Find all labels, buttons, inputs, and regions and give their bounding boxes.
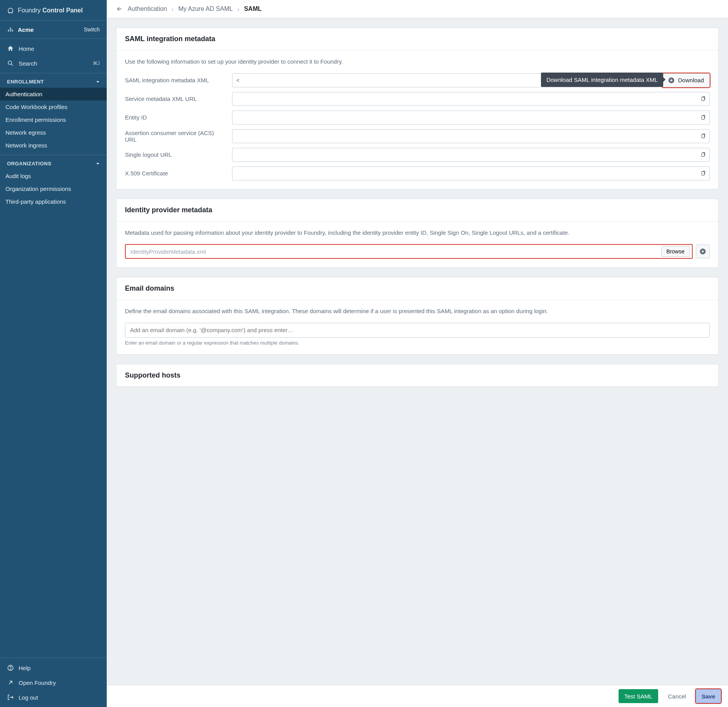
content-scroll[interactable]: SAML integration metadata Use the follow…	[107, 18, 728, 685]
card-saml-header: SAML integration metadata	[116, 28, 718, 50]
card-saml-metadata: SAML integration metadata Use the follow…	[116, 28, 719, 189]
main: Authentication › My Azure AD SAML › SAML…	[107, 0, 728, 707]
input-entity-id[interactable]	[232, 111, 710, 125]
breadcrumb-bar: Authentication › My Azure AD SAML › SAML	[107, 0, 728, 18]
org-switcher[interactable]: Acme Switch	[0, 21, 107, 39]
card-email-domains: Email domains Define the email domains a…	[116, 277, 719, 355]
download-metadata-button[interactable]: Download	[662, 73, 710, 87]
label-x509: X.509 Certificate	[125, 170, 226, 177]
copy-icon[interactable]	[700, 95, 707, 102]
idp-file-input[interactable]: IdentityProviderMetadata.xml Browse	[125, 244, 693, 259]
svg-point-2	[10, 30, 11, 31]
group-organizations: Organizations Audit logs Organization pe…	[0, 155, 107, 211]
brand-header: Foundry Control Panel	[0, 0, 107, 21]
input-x509[interactable]	[232, 166, 710, 180]
svg-point-0	[8, 8, 13, 13]
nav-network-ingress[interactable]: Network ingress	[0, 139, 107, 152]
org-name: Acme	[18, 26, 80, 33]
download-icon	[668, 77, 675, 84]
nav-enrollment-permissions[interactable]: Enrollment permissions	[0, 113, 107, 126]
group-organizations-header[interactable]: Organizations	[0, 155, 107, 170]
download-tooltip: Download SAML integration metadata XML	[541, 73, 663, 87]
crumb-current: SAML	[244, 5, 262, 12]
svg-rect-10	[702, 97, 704, 101]
nav-audit-logs[interactable]: Audit logs	[0, 170, 107, 182]
nav-open-foundry[interactable]: Open Foundry	[0, 675, 107, 690]
input-acs-url[interactable]	[232, 129, 710, 143]
svg-point-5	[8, 61, 12, 64]
label-metadata-xml: SAML integration metadata XML	[125, 77, 226, 83]
row-entity-id: Entity ID	[125, 111, 710, 125]
logout-icon	[7, 694, 14, 701]
svg-rect-12	[702, 116, 704, 119]
nav-search-label: Search	[19, 60, 37, 67]
chevron-right-icon: ›	[172, 6, 173, 12]
card-email-desc: Define the email domains associated with…	[125, 307, 710, 316]
label-acs-url: Assertion consumer service (ACS) URL	[125, 130, 226, 143]
nav-code-workbook-profiles[interactable]: Code Workbook profiles	[0, 101, 107, 113]
org-icon	[7, 26, 14, 33]
crumb-authentication[interactable]: Authentication	[128, 5, 167, 12]
copy-icon[interactable]	[700, 151, 707, 158]
card-idp-desc: Metadata used for passing information ab…	[125, 229, 710, 237]
label-service-url: Service metadata XML URL	[125, 95, 226, 102]
svg-rect-18	[702, 172, 704, 175]
nav-help[interactable]: Help	[0, 660, 107, 675]
card-email-header: Email domains	[116, 277, 718, 300]
chevron-down-icon	[96, 80, 100, 84]
external-link-icon	[7, 679, 14, 686]
idp-download-button[interactable]	[696, 244, 710, 258]
save-button[interactable]: Save	[696, 689, 721, 703]
card-idp-metadata: Identity provider metadata Metadata used…	[116, 199, 719, 268]
help-icon	[7, 664, 14, 671]
label-entity-id: Entity ID	[125, 114, 226, 121]
copy-icon[interactable]	[700, 114, 707, 121]
cancel-button[interactable]: Cancel	[662, 689, 692, 703]
nav-authentication[interactable]: Authentication	[0, 88, 107, 101]
row-service-url: Service metadata XML URL	[125, 92, 710, 106]
input-service-url[interactable]	[232, 92, 710, 106]
nav-third-party-apps[interactable]: Third-party applications	[0, 195, 107, 208]
chevron-right-icon: ›	[237, 6, 239, 12]
svg-rect-14	[702, 134, 704, 138]
nav-home[interactable]: Home	[0, 41, 107, 56]
card-saml-desc: Use the following information to set up …	[125, 57, 710, 66]
card-idp-header: Identity provider metadata	[116, 199, 718, 222]
sidebar-bottom: Help Open Foundry Log out	[0, 658, 107, 707]
copy-icon[interactable]	[700, 170, 707, 177]
row-metadata-xml: SAML integration metadata XML Download S…	[125, 73, 710, 87]
input-slo-url[interactable]	[232, 148, 710, 162]
nav-home-label: Home	[19, 45, 34, 52]
label-slo-url: Single logout URL	[125, 151, 226, 158]
sidebar: Foundry Control Panel Acme Switch Home S…	[0, 0, 107, 707]
nav-logout[interactable]: Log out	[0, 690, 107, 705]
nav-network-egress[interactable]: Network egress	[0, 126, 107, 139]
row-idp-file: IdentityProviderMetadata.xml Browse	[125, 244, 710, 259]
idp-file-placeholder: IdentityProviderMetadata.xml	[130, 248, 661, 255]
card-hosts-header: Supported hosts	[116, 364, 718, 386]
foundry-logo-icon	[7, 7, 14, 14]
row-acs-url: Assertion consumer service (ACS) URL	[125, 129, 710, 143]
action-bar: Test SAML Cancel Save	[107, 685, 728, 707]
copy-icon[interactable]	[700, 132, 707, 140]
row-x509: X.509 Certificate	[125, 166, 710, 180]
svg-point-4	[10, 28, 11, 29]
nav-search[interactable]: Search ⌘J	[0, 56, 107, 71]
crumb-provider[interactable]: My Azure AD SAML	[178, 5, 233, 12]
email-domain-input[interactable]	[125, 323, 710, 338]
brand-title: Foundry Control Panel	[18, 7, 83, 14]
back-arrow-icon[interactable]	[116, 5, 123, 12]
browse-button[interactable]: Browse	[661, 246, 690, 257]
switch-org-link[interactable]: Switch	[84, 26, 100, 33]
search-icon	[7, 60, 14, 67]
download-icon	[699, 248, 706, 255]
svg-point-3	[12, 30, 13, 31]
email-domain-hint: Enter an email domain or a regular expre…	[125, 340, 710, 346]
nav-org-permissions[interactable]: Organization permissions	[0, 182, 107, 195]
card-supported-hosts: Supported hosts	[116, 364, 719, 387]
group-enrollment: Enrollment Authentication Code Workbook …	[0, 73, 107, 155]
test-saml-button[interactable]: Test SAML	[619, 689, 659, 703]
group-enrollment-header[interactable]: Enrollment	[0, 73, 107, 88]
row-slo-url: Single logout URL	[125, 148, 710, 162]
chevron-down-icon	[96, 162, 100, 166]
